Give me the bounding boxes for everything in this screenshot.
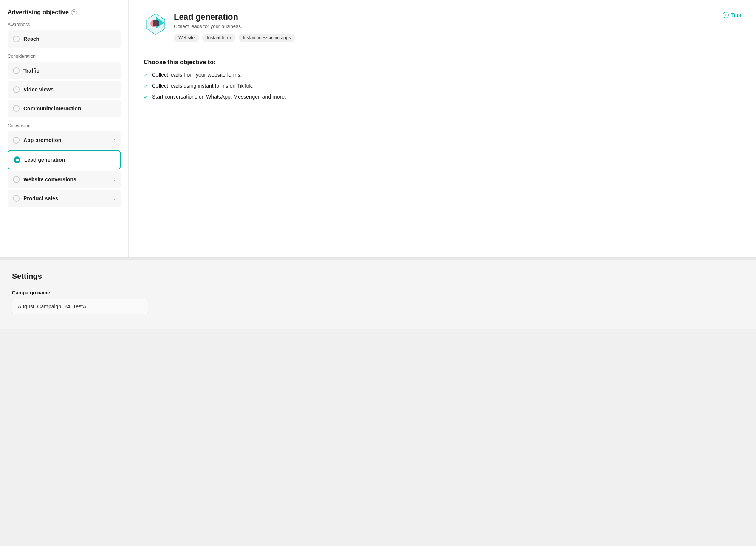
option-app-promotion[interactable]: App promotion ›	[8, 131, 121, 149]
tips-label: Tips	[731, 12, 741, 18]
checklist-item-1: ✓ Collect leads from your website forms.	[144, 72, 741, 78]
category-consideration: Consideration	[8, 54, 121, 59]
radio-community-interaction	[13, 105, 20, 112]
category-conversion: Conversion	[8, 123, 121, 128]
tag-instant-form: Instant form	[202, 34, 235, 42]
option-website-conversions[interactable]: Website conversions ›	[8, 171, 121, 188]
radio-product-sales	[13, 195, 20, 202]
detail-header: ✦ ✦ Lead generation Collect leads for yo…	[144, 12, 741, 42]
option-video-views-label: Video views	[23, 87, 54, 93]
advertising-objective-title: Advertising objective ?	[8, 9, 121, 16]
option-product-sales-label: Product sales	[23, 195, 58, 201]
svg-rect-3	[153, 20, 159, 26]
option-traffic-label: Traffic	[23, 68, 39, 74]
option-reach-label: Reach	[23, 36, 39, 42]
help-icon[interactable]: ?	[71, 9, 77, 15]
tags-row: Website Instant form Instant messaging a…	[174, 34, 295, 42]
bottom-section: Settings Campaign name	[0, 257, 756, 329]
option-video-views[interactable]: Video views	[8, 81, 121, 98]
choose-title: Choose this objective to:	[144, 59, 741, 66]
main-container: Advertising objective ? Awareness Reach …	[0, 0, 756, 329]
detail-title: Lead generation	[174, 12, 295, 22]
option-app-promotion-label: App promotion	[23, 137, 61, 143]
option-community-interaction-label: Community interaction	[23, 105, 81, 111]
option-community-interaction[interactable]: Community interaction	[8, 100, 121, 117]
checkmark-icon-3: ✓	[144, 94, 148, 100]
option-lead-generation[interactable]: Lead generation	[8, 150, 121, 169]
option-reach[interactable]: Reach	[8, 30, 121, 48]
tips-button[interactable]: i Tips	[723, 12, 741, 18]
checklist-text-1: Collect leads from your website forms.	[152, 72, 242, 78]
svg-text:✦: ✦	[149, 16, 151, 19]
option-traffic[interactable]: Traffic	[8, 62, 121, 79]
left-panel: Advertising objective ? Awareness Reach …	[0, 0, 129, 257]
lead-generation-icon: ✦ ✦	[144, 12, 168, 36]
tips-icon: i	[723, 12, 729, 18]
radio-website-conversions	[13, 176, 20, 183]
option-lead-generation-label: Lead generation	[24, 157, 65, 163]
option-website-conversions-label: Website conversions	[23, 176, 76, 183]
chevron-website-conversions-icon: ›	[114, 177, 115, 182]
section-title-text: Advertising objective	[8, 9, 69, 16]
checklist-item-3: ✓ Start conversations on WhatsApp, Messe…	[144, 94, 741, 100]
radio-reach	[13, 36, 20, 42]
radio-video-views	[13, 86, 20, 93]
option-product-sales[interactable]: Product sales ›	[8, 190, 121, 207]
svg-text:✦: ✦	[161, 17, 164, 20]
checkmark-icon-1: ✓	[144, 72, 148, 78]
checklist-text-2: Collect leads using instant forms on Tik…	[152, 83, 253, 89]
campaign-name-input[interactable]	[12, 299, 148, 314]
detail-header-left: ✦ ✦ Lead generation Collect leads for yo…	[144, 12, 295, 42]
divider	[144, 51, 741, 51]
chevron-product-sales-icon: ›	[114, 196, 115, 201]
detail-subtitle: Collect leads for your business.	[174, 23, 295, 29]
tag-website: Website	[174, 34, 199, 42]
checklist-item-2: ✓ Collect leads using instant forms on T…	[144, 83, 741, 89]
radio-app-promotion	[13, 137, 20, 144]
checklist-text-3: Start conversations on WhatsApp, Messeng…	[152, 94, 286, 100]
radio-lead-generation	[14, 156, 20, 163]
campaign-name-label: Campaign name	[12, 290, 744, 295]
tag-instant-messaging: Instant messaging apps	[239, 34, 296, 42]
right-panel: ✦ ✦ Lead generation Collect leads for yo…	[129, 0, 756, 257]
checkmark-icon-2: ✓	[144, 83, 148, 89]
radio-traffic	[13, 67, 20, 74]
detail-info: Lead generation Collect leads for your b…	[174, 12, 295, 42]
chevron-app-promotion-icon: ›	[114, 138, 115, 143]
category-awareness: Awareness	[8, 22, 121, 27]
checklist: ✓ Collect leads from your website forms.…	[144, 72, 741, 100]
top-section: Advertising objective ? Awareness Reach …	[0, 0, 756, 257]
settings-title: Settings	[12, 272, 744, 281]
